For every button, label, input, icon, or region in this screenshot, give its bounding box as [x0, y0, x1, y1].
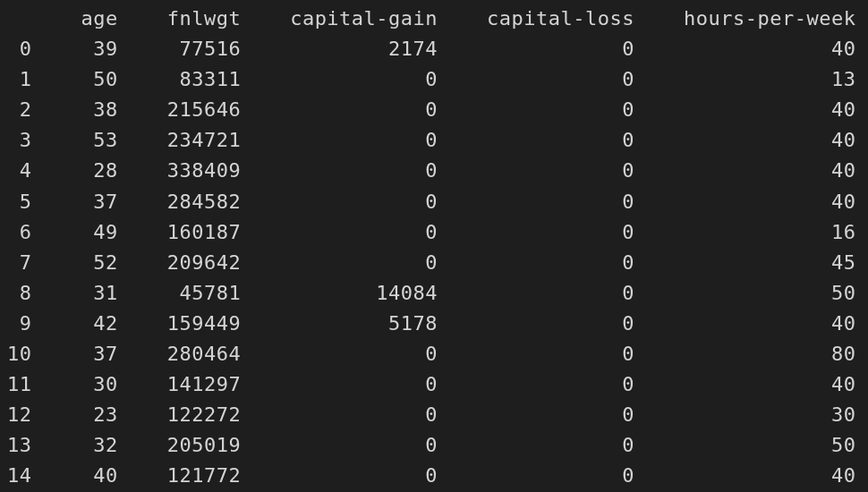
dataframe-output: age fnlwgt capital-gain capital-loss hou…	[7, 4, 861, 492]
